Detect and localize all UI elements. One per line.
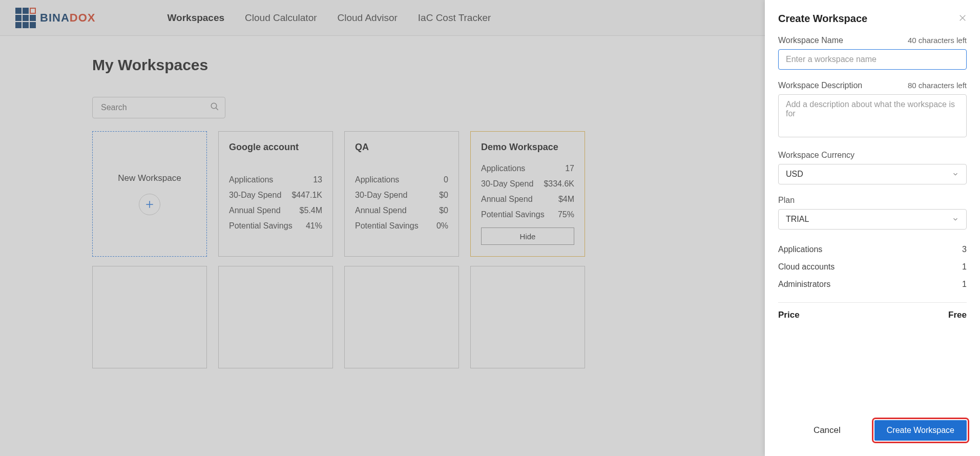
info-label: Cloud accounts	[778, 262, 835, 272]
info-row: Applications3	[778, 245, 967, 254]
divider	[778, 302, 967, 303]
chevron-down-icon	[952, 216, 959, 223]
cancel-button[interactable]: Cancel	[814, 425, 841, 436]
currency-select[interactable]: USD	[778, 164, 967, 184]
info-value: 3	[962, 245, 967, 254]
info-label: Applications	[778, 245, 822, 254]
desc-label: Workspace Description	[778, 81, 862, 90]
desc-label-row: Workspace Description 80 characters left	[778, 81, 967, 90]
create-workspace-button[interactable]: Create Workspace	[874, 420, 967, 441]
panel-footer: Cancel Create Workspace	[778, 420, 967, 446]
info-value: 1	[962, 280, 967, 289]
price-label: Price	[778, 310, 800, 320]
plan-label: Plan	[778, 196, 967, 205]
price-row: Price Free	[778, 310, 967, 320]
name-hint: 40 characters left	[908, 36, 967, 45]
info-row: Cloud accounts1	[778, 262, 967, 272]
workspace-name-input[interactable]	[778, 49, 967, 70]
price-value: Free	[948, 310, 967, 320]
info-row: Administrators1	[778, 280, 967, 289]
panel-header: Create Workspace	[778, 13, 967, 25]
info-label: Administrators	[778, 280, 830, 289]
plan-select[interactable]: TRIAL	[778, 209, 967, 230]
close-icon[interactable]	[958, 14, 967, 24]
currency-value: USD	[786, 170, 803, 179]
desc-hint: 80 characters left	[908, 81, 967, 90]
info-value: 1	[962, 262, 967, 272]
chevron-down-icon	[952, 171, 959, 178]
currency-label: Workspace Currency	[778, 151, 967, 160]
name-label: Workspace Name	[778, 36, 843, 45]
create-workspace-panel: Create Workspace Workspace Name 40 chara…	[765, 0, 980, 456]
plan-value: TRIAL	[786, 215, 809, 224]
name-label-row: Workspace Name 40 characters left	[778, 36, 967, 45]
panel-title: Create Workspace	[778, 13, 867, 25]
workspace-description-input[interactable]	[778, 94, 967, 137]
